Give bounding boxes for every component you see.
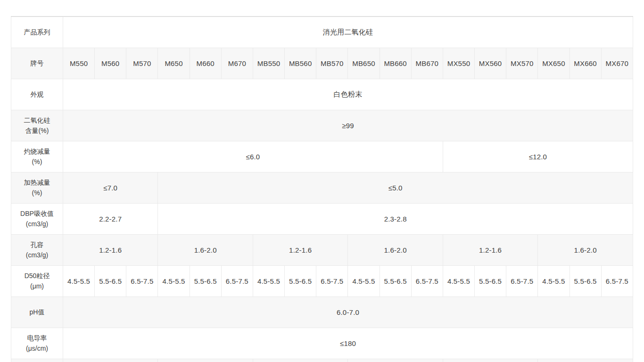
d50-particle-size-cell: 4.5-5.5 bbox=[443, 265, 474, 296]
product-spec-table-container: 产品系列消光用二氧化硅牌号M550M560M570M650M660M670MB5… bbox=[11, 16, 633, 362]
table-row-series: 产品系列消光用二氧化硅 bbox=[11, 16, 633, 48]
grade-cell: M550 bbox=[63, 48, 95, 79]
appearance-cell: 白色粉末 bbox=[63, 79, 633, 110]
row-label-pore-volume: 孔容 (cm3/g) bbox=[11, 234, 63, 265]
pore-volume-cell: 1.2-1.6 bbox=[253, 234, 347, 265]
grade-cell: M570 bbox=[126, 48, 158, 79]
grade-cell: M670 bbox=[221, 48, 253, 79]
table-row-loss-on-ignition: 灼烧减量 (%)≤6.0≤12.0 bbox=[11, 141, 633, 172]
grade-cell: MB560 bbox=[285, 48, 316, 79]
d50-particle-size-cell: 4.5-5.5 bbox=[63, 265, 95, 296]
row-label-dbp-absorption: DBP吸收值 (cm3/g) bbox=[11, 203, 63, 234]
d50-particle-size-cell: 4.5-5.5 bbox=[158, 265, 190, 296]
grade-cell: MX560 bbox=[475, 48, 506, 79]
partial-row-cell bbox=[63, 359, 158, 362]
table-row-partial-row bbox=[11, 359, 633, 362]
row-label-appearance: 外观 bbox=[11, 79, 63, 110]
series-cell: 消光用二氧化硅 bbox=[63, 16, 633, 48]
partial-row-cell bbox=[538, 359, 633, 362]
d50-particle-size-cell: 6.5-7.5 bbox=[601, 265, 633, 296]
table-row-d50-particle-size: D50粒径 (μm)4.5-5.55.5-6.56.5-7.54.5-5.55.… bbox=[11, 265, 633, 296]
grade-cell: MB660 bbox=[380, 48, 411, 79]
d50-particle-size-cell: 4.5-5.5 bbox=[253, 265, 284, 296]
row-label-ph: pH值 bbox=[11, 296, 63, 328]
pore-volume-cell: 1.6-2.0 bbox=[348, 234, 443, 265]
grade-cell: M650 bbox=[158, 48, 190, 79]
conductivity-cell: ≤180 bbox=[63, 328, 633, 359]
row-label-partial-row bbox=[11, 359, 63, 362]
pore-volume-cell: 1.6-2.0 bbox=[538, 234, 633, 265]
d50-particle-size-cell: 5.5-6.5 bbox=[285, 265, 316, 296]
row-label-grade: 牌号 bbox=[11, 48, 63, 79]
d50-particle-size-cell: 6.5-7.5 bbox=[126, 265, 158, 296]
d50-particle-size-cell: 5.5-6.5 bbox=[570, 265, 601, 296]
row-label-d50-particle-size: D50粒径 (μm) bbox=[11, 265, 63, 296]
grade-cell: MX660 bbox=[570, 48, 601, 79]
loss-on-heating-cell: ≤7.0 bbox=[63, 172, 158, 203]
grade-cell: MB670 bbox=[411, 48, 443, 79]
table-row-loss-on-heating: 加热减量 (%)≤7.0≤5.0 bbox=[11, 172, 633, 203]
table-row-pore-volume: 孔容 (cm3/g)1.2-1.61.6-2.01.2-1.61.6-2.01.… bbox=[11, 234, 633, 265]
dbp-absorption-cell: 2.2-2.7 bbox=[63, 203, 158, 234]
row-label-sio2-content: 二氧化硅 含量(%) bbox=[11, 110, 63, 141]
partial-row-cell bbox=[253, 359, 347, 362]
grade-cell: MX650 bbox=[538, 48, 570, 79]
d50-particle-size-cell: 5.5-6.5 bbox=[380, 265, 411, 296]
table-row-dbp-absorption: DBP吸收值 (cm3/g)2.2-2.72.3-2.8 bbox=[11, 203, 633, 234]
grade-cell: MX570 bbox=[506, 48, 538, 79]
row-label-conductivity: 电导率 (μs/cm) bbox=[11, 328, 63, 359]
d50-particle-size-cell: 6.5-7.5 bbox=[221, 265, 253, 296]
grade-cell: MX670 bbox=[601, 48, 633, 79]
table-row-sio2-content: 二氧化硅 含量(%)≥99 bbox=[11, 110, 633, 141]
d50-particle-size-cell: 5.5-6.5 bbox=[95, 265, 126, 296]
loss-on-ignition-cell: ≤6.0 bbox=[63, 141, 443, 172]
d50-particle-size-cell: 6.5-7.5 bbox=[411, 265, 443, 296]
row-label-loss-on-heating: 加热减量 (%) bbox=[11, 172, 63, 203]
partial-row-cell bbox=[348, 359, 443, 362]
loss-on-ignition-cell: ≤12.0 bbox=[443, 141, 633, 172]
d50-particle-size-cell: 5.5-6.5 bbox=[475, 265, 506, 296]
grade-cell: MX550 bbox=[443, 48, 474, 79]
row-label-loss-on-ignition: 灼烧减量 (%) bbox=[11, 141, 63, 172]
product-spec-table: 产品系列消光用二氧化硅牌号M550M560M570M650M660M670MB5… bbox=[11, 16, 633, 362]
grade-cell: M560 bbox=[95, 48, 126, 79]
table-row-appearance: 外观白色粉末 bbox=[11, 79, 633, 110]
d50-particle-size-cell: 4.5-5.5 bbox=[538, 265, 570, 296]
row-label-series: 产品系列 bbox=[11, 16, 63, 48]
d50-particle-size-cell: 6.5-7.5 bbox=[316, 265, 348, 296]
table-row-ph: pH值6.0-7.0 bbox=[11, 296, 633, 328]
partial-row-cell bbox=[443, 359, 537, 362]
sio2-content-cell: ≥99 bbox=[63, 110, 633, 141]
ph-cell: 6.0-7.0 bbox=[63, 296, 633, 328]
partial-row-cell bbox=[158, 359, 253, 362]
table-row-conductivity: 电导率 (μs/cm)≤180 bbox=[11, 328, 633, 359]
table-row-grade: 牌号M550M560M570M650M660M670MB550MB560MB57… bbox=[11, 48, 633, 79]
loss-on-heating-cell: ≤5.0 bbox=[158, 172, 633, 203]
pore-volume-cell: 1.2-1.6 bbox=[63, 234, 158, 265]
d50-particle-size-cell: 4.5-5.5 bbox=[348, 265, 380, 296]
pore-volume-cell: 1.2-1.6 bbox=[443, 234, 537, 265]
grade-cell: MB550 bbox=[253, 48, 284, 79]
d50-particle-size-cell: 6.5-7.5 bbox=[506, 265, 538, 296]
dbp-absorption-cell: 2.3-2.8 bbox=[158, 203, 633, 234]
pore-volume-cell: 1.6-2.0 bbox=[158, 234, 253, 265]
d50-particle-size-cell: 5.5-6.5 bbox=[190, 265, 221, 296]
grade-cell: MB650 bbox=[348, 48, 380, 79]
grade-cell: M660 bbox=[190, 48, 221, 79]
grade-cell: MB570 bbox=[316, 48, 348, 79]
page: { "colors": { "stripe": "#f7f7f7", "bord… bbox=[0, 0, 644, 362]
